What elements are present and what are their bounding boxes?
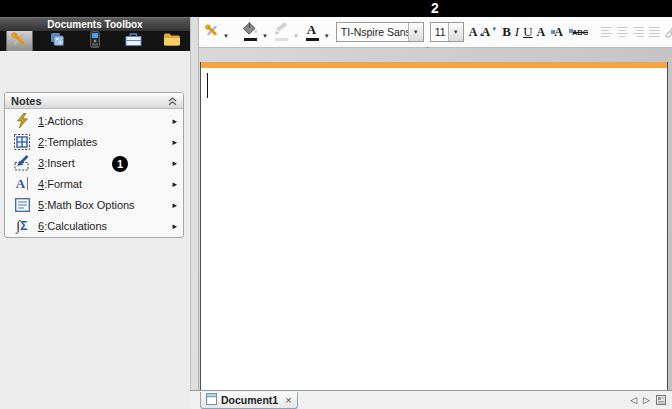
submenu-arrow-icon: ▸ xyxy=(172,221,177,231)
menu-item-label: 3:Insert xyxy=(38,157,172,169)
tab-utilities[interactable] xyxy=(120,31,147,51)
chevron-down-icon[interactable]: ▼ xyxy=(448,23,463,41)
menu-item-label: 6:Calculations xyxy=(38,220,172,232)
menu-item-actions[interactable]: 1:Actions ▸ xyxy=(5,110,183,131)
font-size-select[interactable]: 11 ▼ xyxy=(430,22,464,42)
format-text-icon: A xyxy=(12,175,32,192)
menu-item-math-box-options[interactable]: 5:Math Box Options ▸ xyxy=(5,194,183,215)
submenu-arrow-icon: ▸ xyxy=(172,200,177,210)
tab-document-tools[interactable] xyxy=(6,31,33,51)
menu-item-label: 4:Format xyxy=(38,178,172,190)
toolbox-panel-body: Notes 1:Actions ▸ xyxy=(0,51,190,409)
page-focus-bar xyxy=(201,62,667,68)
menu-item-templates[interactable]: 2:Templates ▸ xyxy=(5,131,183,152)
document-tools-button[interactable] xyxy=(202,20,222,44)
menu-item-insert[interactable]: 3:Insert ▸ xyxy=(5,152,183,173)
tab-content-explorer[interactable] xyxy=(158,31,185,51)
align-justify-icon[interactable] xyxy=(649,27,660,37)
decrease-font-button[interactable]: A ▼ xyxy=(479,20,492,44)
increase-font-button[interactable]: A ▲ xyxy=(467,20,480,44)
toolbox-tab-strip xyxy=(0,31,190,51)
highlighter-swatch xyxy=(275,38,288,41)
tab-page-sorter[interactable] xyxy=(44,31,71,51)
subscript-button[interactable]: A xyxy=(552,20,570,44)
formatting-toolbar: ▼ ▼ ▼ A xyxy=(199,17,672,48)
submenu-arrow-icon: ▸ xyxy=(172,158,177,168)
strikethrough-button[interactable]: ABC xyxy=(570,20,590,44)
highlighter-button[interactable] xyxy=(271,20,292,44)
dropdown-caret-icon[interactable]: ▼ xyxy=(324,33,330,39)
dropdown-caret-icon[interactable]: ▼ xyxy=(293,33,299,39)
notes-menu-header[interactable]: Notes xyxy=(5,93,183,109)
lightning-icon xyxy=(12,112,32,129)
panel-splitter[interactable] xyxy=(190,17,199,390)
fill-color-icon xyxy=(242,22,259,43)
insert-icon xyxy=(12,154,32,171)
documents-toolbox-panel: Documents Toolbox xyxy=(0,17,190,409)
close-icon[interactable]: × xyxy=(285,394,291,406)
superscript-button[interactable]: A xyxy=(535,20,553,44)
page-navigation: ◁ ▷ xyxy=(630,391,666,409)
tools-icon xyxy=(204,23,220,42)
document-tab-bar: Document1 × ◁ ▷ xyxy=(190,390,672,409)
menu-item-label: 2:Templates xyxy=(38,136,172,148)
align-center-icon[interactable] xyxy=(617,27,628,37)
next-page-icon[interactable]: ▷ xyxy=(643,395,650,405)
notes-title: Notes xyxy=(11,95,168,107)
tools-icon xyxy=(10,31,28,51)
toolbox-title: Documents Toolbox xyxy=(0,17,190,31)
math-box-icon xyxy=(12,196,32,213)
fill-color-button[interactable] xyxy=(240,20,261,44)
font-family-select[interactable]: TI-Nspire Sans ▼ xyxy=(336,22,424,42)
align-left-icon[interactable] xyxy=(601,27,612,37)
callout-1: 1 xyxy=(112,156,128,172)
notes-menu: Notes 1:Actions ▸ xyxy=(4,92,184,238)
submenu-arrow-icon: ▸ xyxy=(172,179,177,189)
folder-icon xyxy=(163,32,180,50)
top-strip: 2 xyxy=(0,0,672,17)
templates-grid-icon xyxy=(12,133,32,150)
subscript-mark-icon xyxy=(569,29,573,33)
link-icon[interactable] xyxy=(662,20,672,44)
italic-button[interactable]: I xyxy=(513,20,521,44)
pages-icon xyxy=(49,31,65,51)
font-color-swatch xyxy=(306,38,319,41)
calculations-icon: ∫Σ xyxy=(12,217,32,234)
previous-page-icon[interactable]: ◁ xyxy=(630,395,637,405)
font-color-button[interactable]: A xyxy=(302,20,323,44)
utilities-icon xyxy=(125,32,142,51)
submenu-arrow-icon: ▸ xyxy=(172,116,177,126)
submenu-arrow-icon: ▸ xyxy=(172,137,177,147)
document-tab-label: Document1 xyxy=(221,394,278,406)
font-size-value: 11 xyxy=(431,26,448,38)
highlighter-icon xyxy=(273,22,290,43)
dropdown-caret-icon[interactable]: ▼ xyxy=(262,33,268,39)
underline-button[interactable]: U xyxy=(521,20,534,44)
page-sorter-view-icon[interactable] xyxy=(656,391,666,409)
document-tab[interactable]: Document1 × xyxy=(200,392,298,409)
document-page[interactable] xyxy=(200,62,668,390)
callout-2: 2 xyxy=(425,0,445,17)
chevron-double-up-icon[interactable] xyxy=(168,92,177,110)
document-icon xyxy=(206,391,217,409)
triangle-down-icon: ▼ xyxy=(491,26,497,32)
tab-smartview[interactable] xyxy=(82,31,109,51)
bold-button[interactable]: B xyxy=(500,20,513,44)
handheld-icon xyxy=(90,31,100,52)
dropdown-caret-icon[interactable]: ▼ xyxy=(223,33,229,39)
menu-item-format[interactable]: A 4:Format ▸ xyxy=(5,173,183,194)
font-color-icon: A xyxy=(304,22,321,43)
align-right-icon[interactable] xyxy=(633,27,644,37)
tinspire-window: 2 Documents Toolbox xyxy=(0,0,672,409)
text-cursor xyxy=(207,73,208,98)
fill-color-swatch xyxy=(244,38,257,41)
font-family-value: TI-Nspire Sans xyxy=(337,26,408,38)
menu-item-label: 1:Actions xyxy=(38,115,172,127)
menu-item-label: 5:Math Box Options xyxy=(38,199,172,211)
menu-item-calculations[interactable]: ∫Σ 6:Calculations ▸ xyxy=(5,215,183,236)
chevron-down-icon[interactable]: ▼ xyxy=(408,23,423,41)
